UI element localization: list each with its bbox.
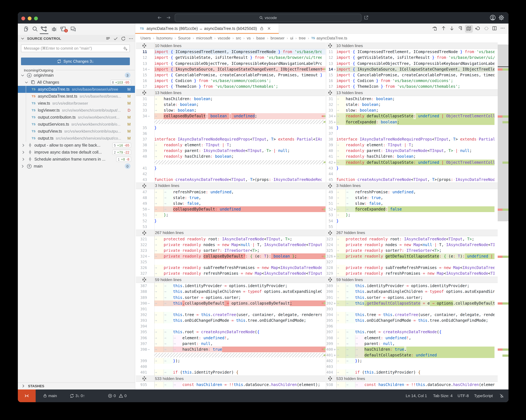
- code-line-modified-13[interactable]: 13import·{·CompressibleObjectTree,·IComp…: [326, 60, 508, 66]
- code-line-modified-31[interactable]: 31→hasChildren:·boolean;: [326, 96, 508, 102]
- tree-item-file-asyncDataTree.test.ts[interactable]: TSasyncDataTree.test.tssrc/vs/base/test/…: [18, 93, 135, 100]
- breadcrumb-file[interactable]: asyncDataTree.ts: [316, 36, 347, 40]
- next-change-icon[interactable]: [449, 26, 454, 31]
- code-line-original-11[interactable]: 11import·{·ICompressedTreeElement,·IComp…: [136, 49, 325, 55]
- code-line-modified-55[interactable]: 55: [326, 224, 508, 229]
- code-line-original-37[interactable]: 37interface·IAsyncDataTreeNodeRequiredPr…: [136, 137, 325, 142]
- code-line-modified-391[interactable]: 391→→this.sorter·=·options.sorter;: [326, 294, 508, 300]
- code-line-original-322[interactable]: 322→private·readonly·nodes·=·new·Map<nul…: [136, 242, 325, 247]
- code-line-modified-14[interactable]: 14+import·{·IAsyncDataSource,·ICollapseS…: [326, 66, 508, 72]
- breadcrumb-item[interactable]: browser: [271, 36, 284, 40]
- code-line-original-400[interactable]: 400: [136, 364, 325, 370]
- code-line-modified-395[interactable]: 395→→this.onDidChangeFindMode·=·this.tre…: [326, 318, 508, 323]
- hidden-lines-separator[interactable]: 533 hidden lines: [326, 375, 508, 382]
- code-line-original-49[interactable]: 49→→slow:·false,: [136, 201, 325, 206]
- code-line-modified-396[interactable]: 396: [326, 323, 508, 329]
- breadcrumb-item[interactable]: Source: [178, 36, 191, 40]
- stashes-section-header[interactable]: STASHES: [18, 382, 135, 389]
- unfold-icon[interactable]: [142, 376, 147, 381]
- view-as-list-icon[interactable]: [106, 36, 111, 41]
- code-line-modified-51[interactable]: 51→→slow:·false,: [326, 201, 508, 206]
- code-line-original-53[interactable]: 53: [136, 224, 325, 229]
- code-line-modified-403[interactable]: 403: [326, 364, 508, 370]
- breadcrumb-item[interactable]: vscode: [218, 36, 230, 40]
- code-line-original-935[interactable]: 935→→→const·hasChildren·=·!!this.dataSou…: [136, 382, 325, 388]
- code-line-original-12[interactable]: 12import·{·getVisibleState,·isFilterResu…: [136, 55, 325, 60]
- code-line-original-40[interactable]: 40→readonly·hasChildren:·boolean;: [136, 154, 325, 159]
- sync-status[interactable]: 3↓ 0↑: [70, 389, 85, 402]
- code-line-original-321[interactable]: 321→protected·readonly·root:·IAsyncDataT…: [136, 236, 325, 242]
- remote-indicator[interactable]: [18, 389, 36, 402]
- sync-changes-button[interactable]: Sync Changes 3↓: [21, 58, 130, 65]
- code-line-modified-938[interactable]: 938→→→const·hasChildren·=·!!this.dataSou…: [326, 382, 508, 388]
- code-line-original-324[interactable]: 324−→private·readonly·collapseByDefault?…: [136, 254, 325, 259]
- code-line-modified-44[interactable]: 44: [326, 171, 508, 177]
- breadcrumb-item[interactable]: base: [256, 36, 265, 40]
- inline-view-toggle-icon[interactable]: [484, 26, 489, 31]
- unfold-icon[interactable]: [142, 43, 147, 48]
- diff-modified-pane[interactable]: 10 hidden lines11import·{·ICompressedTre…: [326, 42, 508, 389]
- editor-more-actions-icon[interactable]: [500, 26, 505, 30]
- unfold-icon[interactable]: [142, 184, 147, 188]
- back-arrow-icon[interactable]: [157, 15, 162, 20]
- settings-gear-icon[interactable]: [498, 15, 504, 21]
- tree-item-origin-main[interactable]: origin/main3: [18, 72, 135, 79]
- code-line-modified-392[interactable]: 392+→→this.getDefaultCollapseState·=·e·⇒…: [326, 300, 508, 306]
- code-line-original-392[interactable]: 392→→this.tree·=·this.createTree(user,·c…: [136, 312, 325, 318]
- code-line-modified-402[interactable]: 402→→});: [326, 358, 508, 364]
- code-line-original-391[interactable]: 391: [136, 306, 325, 312]
- code-line-original-387[interactable]: 387→→this.identityProvider·=·options.ide…: [136, 283, 325, 289]
- code-line-modified-17[interactable]: 17import·{·ThemeIcon·}·from·'vs/base/com…: [326, 84, 508, 89]
- code-line-modified-36[interactable]: 36}: [326, 125, 508, 130]
- hidden-lines-separator[interactable]: 13 hidden lines: [326, 89, 508, 96]
- code-line-original-31[interactable]: 31→hasChildren:·boolean;: [136, 96, 325, 102]
- hidden-lines-separator[interactable]: 3 hidden lines: [136, 183, 325, 189]
- unfold-icon[interactable]: [328, 230, 332, 235]
- code-line-original-13[interactable]: 13import·{·CompressibleObjectTree,·IComp…: [136, 60, 325, 66]
- revert-icon[interactable]: [475, 26, 480, 31]
- unfold-icon[interactable]: [328, 90, 332, 95]
- tree-item-file-outputServices.ts[interactable]: TSoutputServices.tssrc/vs/workbench/cont…: [18, 121, 135, 128]
- code-line-modified-33[interactable]: 33→slow:·boolean;: [326, 108, 508, 113]
- split-editor-icon[interactable]: [492, 26, 497, 31]
- code-line-original-39[interactable]: 39→readonly·parent:·IAsyncDataTreeNode<T…: [136, 148, 325, 154]
- breadcrumb-item[interactable]: tree: [299, 36, 306, 40]
- code-line-modified-39[interactable]: 39→readonly·element:·TInput·|·T;: [326, 142, 508, 148]
- account-icon[interactable]: [490, 15, 496, 21]
- unfold-icon[interactable]: [142, 230, 147, 235]
- code-line-modified-325[interactable]: 325→private·readonly·sorter?:·ITreeSorte…: [326, 248, 508, 254]
- breadcrumb-item[interactable]: src: [236, 36, 241, 40]
- breadcrumb-item[interactable]: Users: [141, 36, 151, 40]
- code-line-original-42[interactable]: 42: [136, 171, 325, 177]
- code-line-original-323[interactable]: 323→private·readonly·sorter?:·ITreeSorte…: [136, 248, 325, 254]
- code-line-original-48[interactable]: 48→→stale:·true,: [136, 195, 325, 201]
- code-line-modified-326[interactable]: 326+→private·readonly·getDefaultCollapse…: [326, 254, 508, 259]
- code-line-modified-16[interactable]: 16import·{·Codicon·}·from·'vs/base/commo…: [326, 78, 508, 84]
- tree-item-main[interactable]: main0: [18, 163, 135, 170]
- search-icon[interactable]: [32, 26, 38, 32]
- code-line-modified-41[interactable]: 41→readonly·hasChildren:·boolean;: [326, 154, 508, 159]
- code-line-original-395[interactable]: 395→→this.root·=·createAsyncDataTreeNode…: [136, 329, 325, 335]
- language-indicator[interactable]: TypeScript: [474, 389, 493, 402]
- code-line-modified-50[interactable]: 50→→stale:·true,: [326, 195, 508, 201]
- code-line-original-38[interactable]: 38→readonly·element:·TInput·|·T;: [136, 142, 325, 148]
- code-line-modified-393[interactable]: 393: [326, 306, 508, 312]
- code-line-modified-329[interactable]: 329→private·readonly·refreshPromises·=·n…: [326, 271, 508, 276]
- cursor-position[interactable]: Ln 14, Col 1: [406, 389, 427, 402]
- code-line-original-35[interactable]: 35}: [136, 125, 325, 130]
- code-line-modified-399[interactable]: 399→→→parent:·null,: [326, 341, 508, 346]
- notifications-bell-icon[interactable]: [499, 389, 504, 402]
- tab-close-icon[interactable]: [267, 27, 271, 31]
- collapse-unchanged-regions-icon[interactable]: [465, 25, 473, 33]
- code-line-original-396[interactable]: 396→→→element:·undefined!,: [136, 335, 325, 341]
- code-line-modified-38[interactable]: 38interface·IAsyncDataTreeNodeRequiredPr…: [326, 137, 508, 142]
- code-line-original-326[interactable]: 326→private·readonly·subTreeRefreshPromi…: [136, 265, 325, 271]
- commit-message-input[interactable]: Message (⌘Enter to commit on "main"): [21, 45, 130, 52]
- breadcrumb-item[interactable]: ui: [290, 36, 293, 40]
- traffic-maximize-button[interactable]: [34, 16, 38, 20]
- hidden-lines-separator[interactable]: 3 hidden lines: [326, 183, 508, 189]
- whitespace-toggle-icon[interactable]: [458, 26, 463, 30]
- branch-indicator[interactable]: main: [43, 389, 57, 402]
- source-control-header[interactable]: SOURCE CONTROL: [18, 35, 135, 42]
- open-file-icon[interactable]: [432, 26, 437, 31]
